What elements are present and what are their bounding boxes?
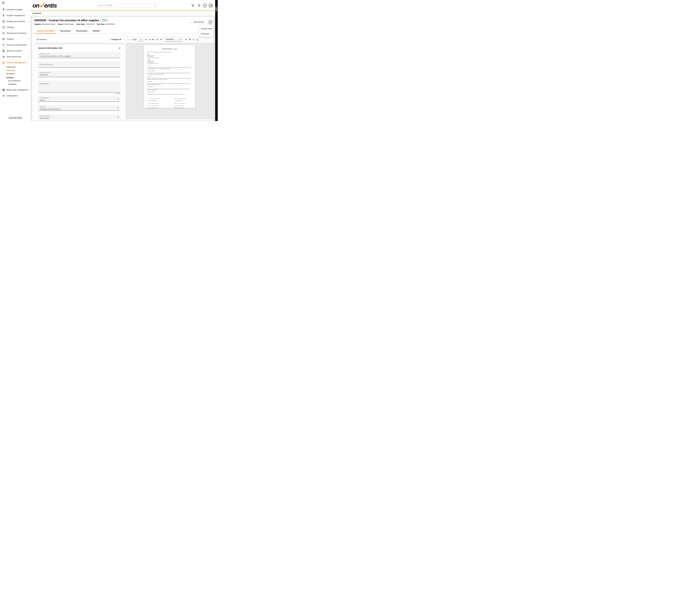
sidebar-item-settings[interactable]: Settings	[0, 76, 31, 79]
more-actions-button[interactable]	[208, 20, 213, 25]
handshake-document-icon	[2, 20, 5, 23]
sidebar-item-quotes-auctions[interactable]: Quotes & Auctions	[0, 48, 31, 54]
tab-permissions[interactable]: Permissions	[76, 30, 88, 32]
hamburger-menu-icon[interactable]	[2, 2, 4, 4]
first-page-button[interactable]: ◀	[127, 39, 129, 40]
chevron-right-icon	[29, 95, 29, 97]
pdf-viewer-panel: ◀ ◀ Page of 1 ▶ ▶ Automatic ...	[126, 36, 214, 119]
hand-tool-icon[interactable]	[189, 38, 191, 41]
screen-edge-scrollbar[interactable]	[215, 0, 218, 121]
search-document-icon[interactable]	[193, 38, 195, 41]
dropdown-caret-icon	[117, 99, 119, 100]
cart-icon[interactable]	[191, 4, 195, 7]
onventis-logo: on✓entis	[32, 1, 57, 9]
sidebar-footer-logo: onventis	[0, 116, 31, 120]
external-number-field[interactable]: External number	[38, 62, 120, 68]
attributes-count: 29 Attributes	[36, 39, 47, 41]
sidebar-item-assistbee[interactable]: Onventis AssistBee	[0, 6, 31, 13]
accent-divider	[31, 10, 218, 11]
dropdown-caret-icon	[117, 117, 119, 118]
internal-number-field[interactable]: Internal number* 00000034	[38, 71, 120, 77]
download-icon[interactable]	[196, 38, 199, 41]
scrollbar-thumb	[215, 6, 218, 13]
pdf-view-area[interactable]: Standard Agreement - Goods This Agreemen…	[126, 43, 214, 119]
sidebar-item-configuration[interactable]: Configuration	[0, 93, 31, 99]
next-page-button[interactable]: ▶	[150, 39, 151, 40]
template-select[interactable]: Template Template Goods contracts	[38, 105, 120, 111]
chevron-down-icon	[28, 62, 30, 63]
search-icon[interactable]	[153, 4, 156, 7]
chevron-right-icon	[29, 26, 29, 28]
description-field[interactable]: Description	[38, 80, 120, 93]
zoom-level-select[interactable]: Automatic ...	[165, 38, 182, 42]
sidebar-item-supplier-management[interactable]: Supplier management	[0, 13, 31, 18]
menu-item-deactivate[interactable]: Deactivate	[199, 31, 213, 36]
page-number-input[interactable]	[138, 38, 144, 42]
person-icon	[2, 43, 5, 46]
bar-chart-icon	[2, 38, 5, 41]
page-label: Page	[132, 39, 136, 41]
sidebar-item-strategic-procurement[interactable]: Strategic procurement	[0, 18, 31, 24]
sidebar-item-contracts[interactable]: Contracts	[0, 69, 31, 72]
sidebar-item-analytics[interactable]: Analytics	[0, 36, 31, 42]
sidebar-item-order-processing[interactable]: Order processing	[0, 54, 31, 59]
contract-detail-card: 00000035 - Contract for provision of off…	[32, 17, 214, 120]
signature-block: For BüroWelt GmbH Name: Title: Date: For…	[147, 97, 192, 110]
description-counter: 0 / 1000	[34, 93, 120, 95]
attributes-scroll-area[interactable]: General Information (10) Contract name* …	[34, 44, 123, 119]
chevron-right-icon	[29, 8, 29, 10]
contract-type-select[interactable]: Contract type* Goods	[38, 96, 120, 102]
master-data-icon	[2, 88, 5, 91]
tab-documents[interactable]: Documents	[60, 30, 71, 32]
sidebar-item-customer-administration[interactable]: Customer Administration	[0, 42, 31, 48]
help-icon[interactable]: ?	[203, 4, 207, 7]
collapse-section-icon[interactable]	[119, 47, 120, 48]
chevron-right-icon	[29, 89, 29, 91]
pdf-toolbar: ◀ ◀ Page of 1 ▶ ▶ Automatic ...	[126, 36, 214, 43]
collapse-vertical-icon	[108, 39, 110, 41]
chevron-right-icon	[29, 55, 29, 58]
chevron-right-icon	[29, 20, 29, 22]
sidebar-item-catalogs[interactable]: Catalogs	[0, 24, 31, 30]
sidebar-item-templates[interactable]: Templates	[0, 72, 31, 75]
edit-contract-button[interactable]: Edit contract	[192, 20, 206, 24]
search-input[interactable]	[98, 4, 153, 6]
sidebar-item-master-data-management[interactable]: Master data management	[0, 87, 31, 93]
document-title: Standard Agreement - Goods	[147, 48, 192, 50]
zoom-out-icon[interactable]	[156, 38, 159, 41]
contract-name-field[interactable]: Contract name* Contract for provision of…	[38, 52, 120, 58]
sidebar-item-settings-templates[interactable]: Templates	[0, 82, 31, 86]
contract-meta: Supplier:BüroWelt GmbH Owner:Chloé Marti…	[34, 23, 115, 25]
sidebar-item-core-attributes[interactable]: Core Attributes	[0, 79, 31, 82]
bell-icon[interactable]	[197, 3, 201, 8]
last-page-button[interactable]: ▶	[152, 39, 154, 40]
gear-icon	[2, 94, 5, 97]
book-icon	[2, 26, 5, 29]
avatar[interactable]: CM	[209, 3, 213, 7]
sidebar-item-operational-purchasing[interactable]: Operational Purchasing	[0, 30, 31, 36]
tab-bar: General Information Documents Permission…	[34, 28, 100, 33]
text-select-cursor-icon[interactable]	[185, 38, 188, 41]
bee-icon	[2, 8, 5, 11]
basket-clock-icon	[2, 55, 5, 58]
contract-owner-select[interactable]: Contract Owner* James Blue	[38, 115, 120, 119]
tab-general-information[interactable]: General Information	[37, 30, 55, 32]
hand-truck-icon	[2, 14, 5, 17]
sidebar-item-contract-management[interactable]: Contract Management	[0, 59, 31, 66]
sidebar-item-dashboard[interactable]: Dashboard	[0, 66, 31, 69]
section-title: General Information (10)	[38, 47, 62, 49]
sidebar: Onventis AssistBee Supplier management S…	[0, 0, 31, 121]
pdf-document-page: Standard Agreement - Goods This Agreemen…	[144, 45, 195, 108]
menu-item-change-owner[interactable]: Change owner	[199, 26, 213, 31]
collapse-all-button[interactable]: Collapse all	[108, 39, 121, 41]
more-actions-menu: Change owner Deactivate	[199, 26, 213, 37]
zoom-in-icon[interactable]	[160, 38, 162, 41]
dropdown-caret-icon	[117, 108, 119, 109]
sidebar-nav: Onventis AssistBee Supplier management S…	[0, 6, 31, 99]
previous-page-button[interactable]: ◀	[130, 39, 131, 40]
breadcrumb[interactable]: Contracts	[32, 12, 41, 14]
contract-paragraph-icon	[2, 61, 5, 64]
cart-icon	[2, 31, 5, 34]
tab-related[interactable]: Related	[93, 30, 100, 32]
logo-check-icon: ✓	[39, 1, 45, 9]
